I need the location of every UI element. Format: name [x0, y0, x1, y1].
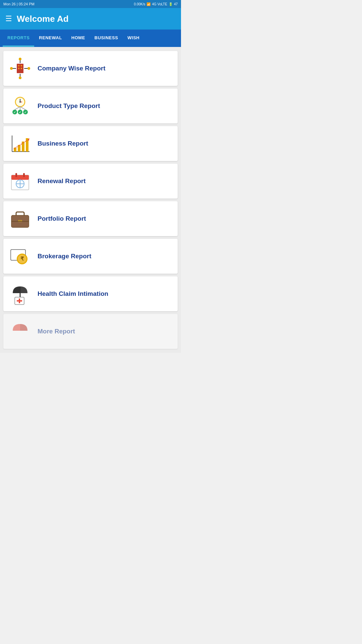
- app-header: ☰ Welcome Ad: [0, 8, 181, 30]
- svg-text:✓: ✓: [24, 111, 27, 114]
- svg-rect-3: [18, 68, 19, 69]
- battery-level: 47: [174, 2, 178, 6]
- svg-text:✓: ✓: [13, 111, 16, 114]
- svg-point-15: [19, 58, 21, 60]
- svg-rect-33: [14, 148, 16, 152]
- more-report-icon: [8, 319, 32, 343]
- business-report-label: Business Report: [38, 140, 88, 147]
- page-title: Welcome Ad: [17, 14, 69, 24]
- svg-rect-2: [21, 65, 22, 66]
- tab-home[interactable]: HOME: [67, 30, 90, 47]
- svg-rect-40: [11, 175, 29, 180]
- svg-text:✓: ✓: [19, 111, 21, 114]
- business-report-icon: [8, 131, 32, 156]
- business-report-item[interactable]: Business Report: [3, 126, 178, 161]
- tab-business[interactable]: BUSINESS: [90, 30, 123, 47]
- renewal-report-icon: [8, 169, 32, 193]
- tab-reports[interactable]: REPORTS: [3, 30, 34, 47]
- product-type-label: Product Type Report: [38, 102, 100, 110]
- company-wise-icon: [8, 56, 32, 80]
- svg-rect-0: [17, 64, 23, 73]
- company-wise-report-item[interactable]: Company Wise Report: [3, 51, 178, 86]
- health-claim-label: Health Claim Intimation: [38, 290, 108, 298]
- svg-text:₹: ₹: [20, 256, 24, 262]
- brokerage-report-label: Brokerage Report: [38, 253, 92, 260]
- company-wise-label: Company Wise Report: [38, 65, 106, 72]
- svg-point-21: [19, 101, 21, 103]
- tab-renewal[interactable]: RENEWAL: [34, 30, 67, 47]
- portfolio-report-icon: [8, 207, 32, 231]
- svg-rect-41: [15, 173, 17, 177]
- renewal-report-label: Renewal Report: [38, 177, 86, 185]
- more-report-label: More Report: [38, 328, 75, 335]
- svg-line-30: [20, 107, 25, 110]
- svg-line-28: [15, 107, 20, 110]
- svg-rect-59: [17, 300, 22, 302]
- health-claim-report-item[interactable]: Health Claim Intimation: [3, 276, 178, 311]
- svg-rect-4: [21, 68, 22, 69]
- svg-point-13: [10, 67, 13, 70]
- product-type-icon: ✓ ✓ ✓: [8, 94, 32, 118]
- tab-navigation: REPORTS RENEWAL HOME BUSINESS WISH: [0, 30, 181, 47]
- svg-rect-42: [23, 173, 25, 177]
- svg-rect-1: [18, 65, 19, 66]
- signal-icon: 📶: [146, 2, 150, 6]
- svg-point-16: [19, 76, 21, 79]
- renewal-report-item[interactable]: Renewal Report: [3, 164, 178, 199]
- tab-wish[interactable]: WISH: [123, 30, 144, 47]
- brokerage-report-item[interactable]: ₹ Brokerage Report: [3, 239, 178, 274]
- hamburger-icon[interactable]: ☰: [5, 15, 12, 22]
- portfolio-report-label: Portfolio Report: [38, 215, 86, 222]
- status-time: Mon 26 | 05:24 PM: [3, 2, 35, 6]
- more-report-item[interactable]: More Report: [3, 314, 178, 349]
- svg-point-14: [27, 67, 30, 70]
- health-claim-icon: [8, 282, 32, 306]
- product-type-report-item[interactable]: ✓ ✓ ✓ Product Type Report: [3, 89, 178, 123]
- status-bar: Mon 26 | 05:24 PM 0.00K/s 📶 4G VoLTE 🔋 4…: [0, 0, 181, 8]
- report-list: Company Wise Report ✓ ✓ ✓: [0, 47, 181, 353]
- network-type: 4G VoLTE: [152, 2, 167, 6]
- battery-icon: 🔋: [169, 2, 173, 6]
- status-indicators: 0.00K/s 📶 4G VoLTE 🔋 47: [134, 2, 178, 6]
- network-speed: 0.00K/s: [134, 2, 145, 6]
- portfolio-report-item[interactable]: Portfolio Report: [3, 201, 178, 236]
- svg-rect-35: [22, 142, 24, 152]
- brokerage-report-icon: ₹: [8, 244, 32, 268]
